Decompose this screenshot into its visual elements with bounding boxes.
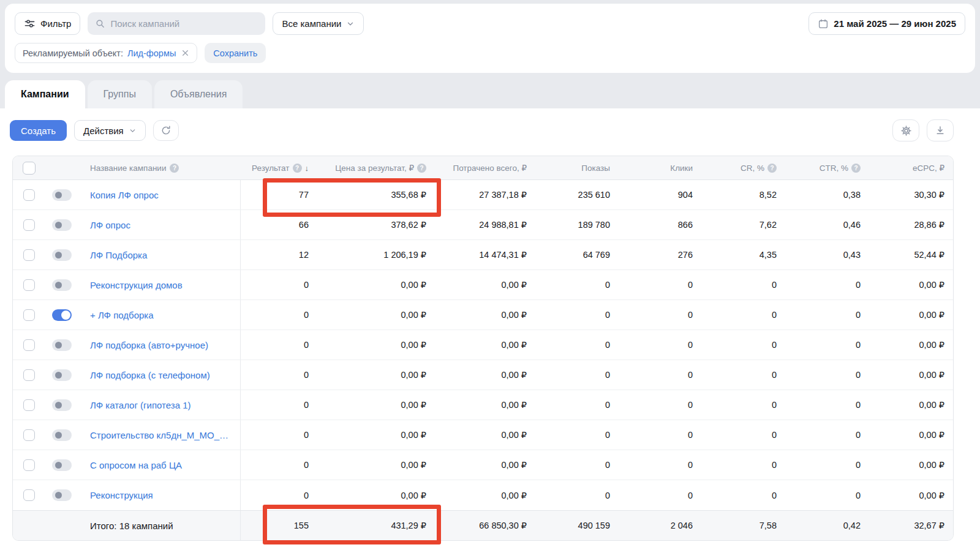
column-header-spent[interactable]: Потрачено всего, ₽: [435, 163, 535, 173]
cell-impressions: 0: [535, 430, 619, 440]
column-header-cr[interactable]: CR, % ?: [701, 164, 785, 173]
actions-dropdown[interactable]: Действия: [74, 120, 146, 141]
download-icon: [935, 125, 946, 136]
help-icon[interactable]: ?: [293, 164, 302, 173]
column-header-clicks[interactable]: Клики: [619, 164, 701, 173]
cell-spent: 24 988,81 ₽: [435, 220, 535, 230]
campaign-link[interactable]: Реконструкция: [79, 480, 241, 510]
column-header-cost-per-result[interactable]: Цена за результат, ₽ ?: [317, 163, 435, 173]
campaign-link[interactable]: + ЛФ подборка: [79, 300, 241, 330]
row-toggle[interactable]: [52, 309, 72, 321]
row-toggle[interactable]: [52, 459, 72, 471]
campaign-link[interactable]: ЛФ подборка (авто+ручное): [79, 330, 241, 360]
active-filter-value[interactable]: Лид-формы: [127, 48, 176, 58]
column-header-name[interactable]: Название кампании ?: [79, 164, 241, 173]
filter-button[interactable]: Фильтр: [15, 12, 80, 35]
help-icon[interactable]: ?: [170, 164, 179, 173]
campaign-link[interactable]: Копия ЛФ опрос: [79, 180, 241, 209]
settings-button[interactable]: [892, 119, 919, 141]
active-filter-label: Рекламируемый объект:: [23, 48, 123, 58]
row-checkbox[interactable]: [23, 249, 35, 261]
column-header-ecpc[interactable]: eCPC, ₽: [869, 163, 953, 173]
cell-ctr: 0: [785, 340, 869, 350]
row-toggle[interactable]: [52, 189, 72, 201]
cell-result: 0: [241, 280, 317, 290]
row-toggle[interactable]: [52, 429, 72, 441]
cell-ecpc: 0,00 ₽: [869, 310, 953, 320]
help-icon[interactable]: ?: [767, 164, 777, 173]
row-toggle[interactable]: [52, 279, 72, 291]
row-toggle[interactable]: [52, 219, 72, 231]
help-icon[interactable]: ?: [417, 164, 426, 173]
row-checkbox[interactable]: [23, 339, 35, 351]
select-all-checkbox[interactable]: [23, 162, 36, 175]
row-checkbox[interactable]: [23, 429, 35, 441]
cell-spent: 0,00 ₽: [435, 280, 535, 290]
campaign-scope-select[interactable]: Все кампании: [273, 12, 364, 35]
cell-ecpc: 0,00 ₽: [869, 430, 953, 440]
search-box[interactable]: [88, 12, 265, 35]
column-header-result[interactable]: Результат ? ↓: [241, 164, 317, 173]
campaign-link[interactable]: ЛФ опрос: [79, 210, 241, 239]
export-button[interactable]: [927, 119, 954, 141]
cell-cr: 7,62: [701, 220, 785, 230]
cell-impressions: 64 769: [535, 250, 619, 260]
cell-ctr: 0: [785, 310, 869, 320]
campaign-link[interactable]: ЛФ подборка (с телефоном): [79, 360, 241, 390]
row-toggle[interactable]: [52, 339, 72, 351]
campaign-link[interactable]: ЛФ каталог (гипотеза 1): [79, 390, 241, 420]
cell-clicks: 276: [619, 250, 701, 260]
campaign-link[interactable]: Строительство кл5дн_М_МО_…: [79, 420, 241, 450]
column-header-label: Цена за результат, ₽: [335, 163, 414, 173]
table-toolbar: Создать Действия: [0, 108, 980, 141]
row-toggle[interactable]: [52, 369, 72, 381]
cell-clicks: 866: [619, 220, 701, 230]
row-toggle[interactable]: [52, 489, 72, 501]
cell-cost-per-result: 0,00 ₽: [317, 400, 435, 410]
help-icon[interactable]: ?: [851, 164, 861, 173]
campaign-link[interactable]: Реконструкция домов: [79, 270, 241, 299]
cell-impressions: 0: [535, 340, 619, 350]
create-button[interactable]: Создать: [10, 120, 67, 141]
row-toggle[interactable]: [52, 399, 72, 411]
main-content: Создать Действия: [0, 108, 980, 550]
refresh-button[interactable]: [153, 120, 179, 141]
cell-result: 0: [241, 430, 317, 440]
date-range-button[interactable]: 21 май 2025 — 29 июн 2025: [809, 12, 965, 35]
cell-cost-per-result: 0,00 ₽: [317, 310, 435, 320]
column-header-label: CR, %: [741, 164, 764, 173]
row-checkbox[interactable]: [23, 219, 35, 231]
cell-impressions: 0: [535, 400, 619, 410]
campaign-link[interactable]: С опросом на раб ЦА: [79, 450, 241, 480]
cell-cr: 0: [701, 370, 785, 380]
row-toggle[interactable]: [52, 249, 72, 261]
cell-cr: 0: [701, 430, 785, 440]
campaign-scope-label: Все кампании: [282, 18, 341, 29]
tab-ads[interactable]: Объявления: [154, 80, 243, 108]
column-header-label: Потрачено всего, ₽: [453, 163, 527, 173]
row-checkbox[interactable]: [23, 189, 35, 201]
tab-groups[interactable]: Группы: [88, 80, 152, 108]
row-checkbox[interactable]: [23, 369, 35, 381]
remove-filter-icon[interactable]: [181, 49, 189, 57]
campaign-link[interactable]: ЛФ Подборка: [79, 240, 241, 269]
row-checkbox[interactable]: [23, 399, 35, 411]
cell-result: 0: [241, 310, 317, 320]
cell-result: 0: [241, 460, 317, 470]
row-checkbox[interactable]: [23, 279, 35, 291]
save-filter-button[interactable]: Сохранить: [205, 43, 266, 63]
cell-cr: 0: [701, 400, 785, 410]
column-header-label: CTR, %: [820, 164, 848, 173]
cell-cr: 0: [701, 280, 785, 290]
row-checkbox[interactable]: [23, 489, 35, 501]
row-checkbox[interactable]: [23, 309, 35, 321]
cell-spent: 0,00 ₽: [435, 430, 535, 440]
row-checkbox[interactable]: [23, 459, 35, 471]
active-filter-chip: Рекламируемый объект: Лид-формы: [15, 43, 197, 63]
column-header-ctr[interactable]: CTR, % ?: [785, 164, 869, 173]
total-clicks: 2 046: [619, 521, 701, 530]
search-input[interactable]: [110, 18, 258, 29]
tab-campaigns[interactable]: Кампании: [5, 80, 85, 108]
cell-result: 0: [241, 491, 317, 500]
column-header-impressions[interactable]: Показы: [535, 164, 619, 173]
